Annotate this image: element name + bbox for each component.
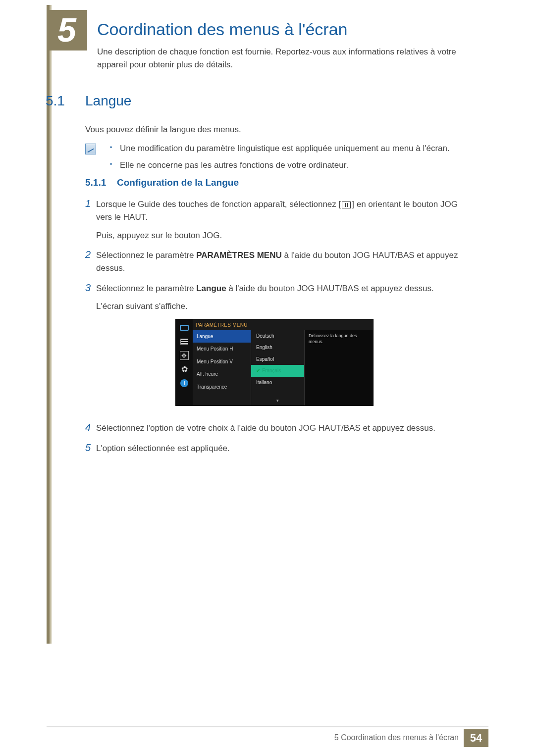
document-page: 5 Coordination des menus à l'écran Une d… xyxy=(0,0,535,756)
chapter-description: Une description de chaque fonction est f… xyxy=(97,46,459,72)
osd-option: English xyxy=(251,342,304,353)
bold-term: PARAMÈTRES MENU xyxy=(196,251,282,260)
step-3: 3 Sélectionnez le paramètre Langue à l'a… xyxy=(85,282,462,415)
gear-icon: ✿ xyxy=(179,365,189,374)
osd-option-active: ✔Français xyxy=(251,365,304,377)
step-4: 4 Sélectionnez l'option de votre choix à… xyxy=(85,422,462,435)
osd-menu-item: Aff. heure xyxy=(193,368,251,381)
osd-option-label: Français xyxy=(262,368,281,373)
step-number: 4 xyxy=(85,422,96,435)
arrows-icon xyxy=(179,351,189,360)
osd-option: Italiano xyxy=(251,377,304,389)
step-text-part: Sélectionnez le paramètre xyxy=(96,284,196,293)
osd-menu-column: Langue Menu Position H Menu Position V A… xyxy=(193,330,251,406)
osd-icon-column: ✿ i xyxy=(176,319,193,405)
osd-menu-item: Menu Position H xyxy=(193,343,251,355)
step-1: 1 Lorsque le Guide des touches de foncti… xyxy=(85,198,462,242)
step-text-part: Sélectionnez le paramètre xyxy=(96,251,196,260)
note-list: Une modification du paramètre linguistiq… xyxy=(110,143,457,176)
footer-divider xyxy=(47,726,488,727)
footer-page-number: 54 xyxy=(464,729,488,747)
menu-icon xyxy=(342,202,351,208)
monitor-icon xyxy=(179,323,189,332)
step-text: L'option sélectionnée est appliquée. xyxy=(96,442,230,455)
osd-option: Deutsch xyxy=(251,330,304,342)
step-text-part: Lorsque le Guide des touches de fonction… xyxy=(96,200,341,209)
osd-help-text: Définissez la langue des menus. xyxy=(305,330,373,406)
osd-options-column: Deutsch English Español ✔Français Italia… xyxy=(251,330,305,406)
step-number: 3 xyxy=(85,282,96,415)
steps-list: 1 Lorsque le Guide des touches de foncti… xyxy=(85,198,462,462)
step-text-part: Puis, appuyez sur le bouton JOG. xyxy=(96,231,222,240)
osd-option: Español xyxy=(251,353,304,365)
chapter-title: Coordination des menus à l'écran xyxy=(97,20,347,39)
step-text: Sélectionnez l'option de votre choix à l… xyxy=(96,422,435,435)
section-title: Langue xyxy=(85,93,131,109)
note-icon xyxy=(85,144,96,154)
step-number: 2 xyxy=(85,249,96,275)
chapter-number-box: 5 xyxy=(47,10,87,50)
list-icon xyxy=(179,337,189,346)
bold-term: Langue xyxy=(196,284,226,293)
step-2: 2 Sélectionnez le paramètre PARAMÈTRES M… xyxy=(85,249,462,275)
section-intro: Vous pouvez définir la langue des menus. xyxy=(85,125,241,135)
step-text-part: L'écran suivant s'affiche. xyxy=(96,302,188,311)
osd-menu-item-selected: Langue xyxy=(193,330,251,343)
step-5: 5 L'option sélectionnée est appliquée. xyxy=(85,442,462,455)
note-item: Une modification du paramètre linguistiq… xyxy=(110,143,457,154)
osd-menu-item: Transparence xyxy=(193,381,251,394)
footer-chapter-label: 5 Coordination des menus à l'écran xyxy=(334,733,459,742)
subsection-number: 5.1.1 xyxy=(85,177,106,188)
osd-main: PARAMÈTRES MENU Langue Menu Position H M… xyxy=(193,319,373,405)
check-icon: ✔ xyxy=(256,368,260,373)
step-text: Sélectionnez le paramètre PARAMÈTRES MEN… xyxy=(96,249,462,275)
step-number: 1 xyxy=(85,198,96,242)
osd-screenshot: ✿ i PARAMÈTRES MENU Langue Menu Position… xyxy=(175,319,374,406)
step-number: 5 xyxy=(85,442,96,455)
info-icon: i xyxy=(179,379,189,388)
osd-header: PARAMÈTRES MENU xyxy=(193,319,373,330)
note-item: Elle ne concerne pas les autres fonction… xyxy=(110,159,457,171)
step-text: Lorsque le Guide des touches de fonction… xyxy=(96,198,462,242)
step-text: Sélectionnez le paramètre Langue à l'aid… xyxy=(96,282,434,415)
subsection-title: Configuration de la Langue xyxy=(117,177,239,188)
step-text-part: à l'aide du bouton JOG HAUT/BAS et appuy… xyxy=(226,284,434,293)
chevron-down-icon: ▾ xyxy=(276,398,279,404)
osd-menu-item: Menu Position V xyxy=(193,355,251,368)
section-number: 5.1 xyxy=(46,93,65,109)
